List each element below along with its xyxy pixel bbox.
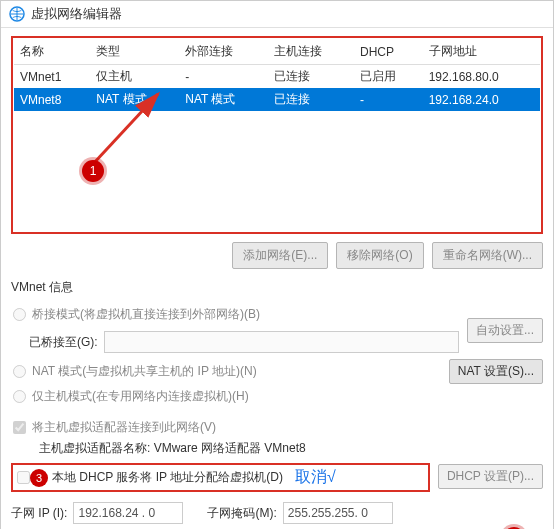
adapter-checkbox[interactable]: [13, 421, 26, 434]
cell-host: 已连接: [268, 88, 354, 111]
rename-network-button[interactable]: 重命名网络(W)...: [432, 242, 543, 269]
titlebar: 虚拟网络编辑器: [1, 1, 553, 28]
adapter-check-row: 将主机虚拟适配器连接到此网络(V): [11, 415, 543, 440]
col-host[interactable]: 主机连接: [268, 39, 354, 65]
bridge-to-select[interactable]: [104, 331, 459, 353]
cell-subnet: 192.168.80.0: [423, 65, 540, 89]
col-external[interactable]: 外部连接: [179, 39, 268, 65]
window-title: 虚拟网络编辑器: [31, 5, 122, 23]
vmnet-info-title: VMnet 信息: [11, 279, 543, 296]
hostonly-radio-row: 仅主机模式(在专用网络内连接虚拟机)(H): [11, 384, 543, 409]
cell-external: -: [179, 65, 268, 89]
col-type[interactable]: 类型: [90, 39, 179, 65]
networks-table[interactable]: 名称 类型 外部连接 主机连接 DHCP 子网地址 VMnet1 仅主机 - 已…: [14, 39, 540, 231]
hostonly-radio[interactable]: [13, 390, 26, 403]
table-row[interactable]: VMnet1 仅主机 - 已连接 已启用 192.168.80.0: [14, 65, 540, 89]
col-dhcp[interactable]: DHCP: [354, 39, 423, 65]
app-icon: [9, 6, 25, 22]
dhcp-check-row: 3 本地 DHCP 服务将 IP 地址分配给虚拟机(D) 取消√: [11, 463, 430, 492]
subnet-row: 子网 IP (I): 子网掩码(M):: [11, 502, 543, 524]
content: 名称 类型 外部连接 主机连接 DHCP 子网地址 VMnet1 仅主机 - 已…: [1, 28, 553, 529]
vmnet-info: VMnet 信息 桥接模式(将虚拟机直接连接到外部网络)(B) 已桥接至(G):…: [11, 279, 543, 524]
subnet-mask-label: 子网掩码(M):: [207, 505, 276, 522]
cell-host: 已连接: [268, 65, 354, 89]
annotation-cancel-text: 取消√: [295, 467, 336, 488]
nat-radio[interactable]: [13, 365, 26, 378]
bridge-radio[interactable]: [13, 308, 26, 321]
adapter-name-label: 主机虚拟适配器名称: VMware 网络适配器 VMnet8: [39, 440, 543, 457]
auto-settings-button[interactable]: 自动设置...: [467, 318, 543, 343]
bridge-to-row: 已桥接至(G):: [29, 331, 459, 353]
networks-table-wrap: 名称 类型 外部连接 主机连接 DHCP 子网地址 VMnet1 仅主机 - 已…: [11, 36, 543, 234]
table-buttons: 添加网络(E)... 移除网络(O) 重命名网络(W)...: [11, 242, 543, 269]
annotation-marker-1: 1: [82, 160, 104, 182]
nat-settings-button[interactable]: NAT 设置(S)...: [449, 359, 543, 384]
annotation-marker-3: 3: [30, 469, 48, 487]
dhcp-settings-button[interactable]: DHCP 设置(P)...: [438, 464, 543, 489]
cell-name: VMnet1: [14, 65, 90, 89]
cell-dhcp: 已启用: [354, 65, 423, 89]
window: 虚拟网络编辑器 名称 类型 外部连接 主机连接 DHCP 子网地址 VMn: [0, 0, 554, 529]
table-header-row: 名称 类型 外部连接 主机连接 DHCP 子网地址: [14, 39, 540, 65]
table-row-selected[interactable]: VMnet8 NAT 模式 NAT 模式 已连接 - 192.168.24.0: [14, 88, 540, 111]
subnet-ip-input[interactable]: [73, 502, 183, 524]
cell-type: 仅主机: [90, 65, 179, 89]
dhcp-check-label: 本地 DHCP 服务将 IP 地址分配给虚拟机(D): [52, 469, 283, 486]
adapter-check-label: 将主机虚拟适配器连接到此网络(V): [32, 419, 216, 436]
add-network-button[interactable]: 添加网络(E)...: [232, 242, 328, 269]
cell-dhcp: -: [354, 88, 423, 111]
bridge-to-label: 已桥接至(G):: [29, 334, 98, 351]
dhcp-checkbox[interactable]: [17, 471, 30, 484]
cell-name: VMnet8: [14, 88, 90, 111]
subnet-ip-label: 子网 IP (I):: [11, 505, 67, 522]
hostonly-radio-label: 仅主机模式(在专用网络内连接虚拟机)(H): [32, 388, 249, 405]
bridge-radio-label: 桥接模式(将虚拟机直接连接到外部网络)(B): [32, 306, 260, 323]
col-name[interactable]: 名称: [14, 39, 90, 65]
nat-radio-row: NAT 模式(与虚拟机共享主机的 IP 地址)(N): [11, 359, 441, 384]
subnet-mask-input[interactable]: [283, 502, 393, 524]
nat-radio-label: NAT 模式(与虚拟机共享主机的 IP 地址)(N): [32, 363, 257, 380]
remove-network-button[interactable]: 移除网络(O): [336, 242, 423, 269]
bridge-radio-row: 桥接模式(将虚拟机直接连接到外部网络)(B): [11, 302, 459, 327]
cell-external: NAT 模式: [179, 88, 268, 111]
cell-subnet: 192.168.24.0: [423, 88, 540, 111]
col-subnet[interactable]: 子网地址: [423, 39, 540, 65]
cell-type: NAT 模式: [90, 88, 179, 111]
